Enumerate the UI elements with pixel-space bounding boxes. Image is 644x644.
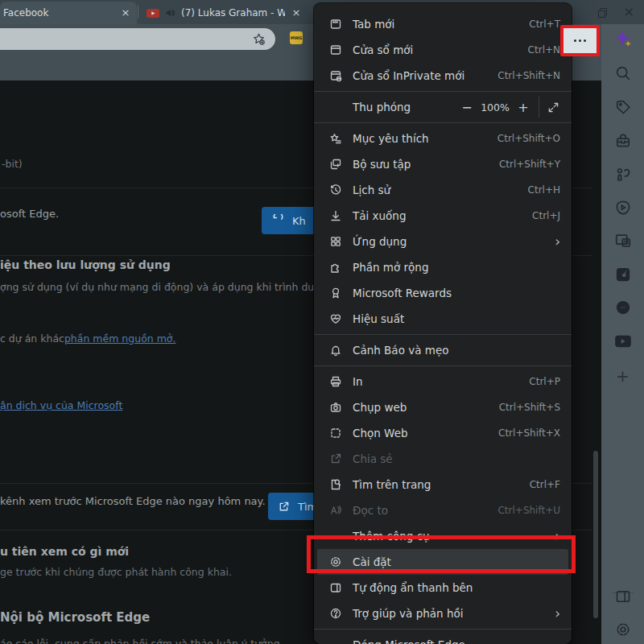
open-source-link[interactable]: phần mềm nguồn mở. xyxy=(64,332,176,345)
menu-item-label: Tìm trên trang xyxy=(353,478,530,491)
tab-title: (7) Lukas Graham - Wi... xyxy=(181,7,285,19)
menu-item-help-feedback[interactable]: Trợ giúp và phản hồi xyxy=(314,601,572,626)
collections-icon xyxy=(328,158,342,171)
zoom-value: 100% xyxy=(477,101,513,114)
find-icon xyxy=(328,478,342,492)
favorites-icon xyxy=(328,132,342,146)
menu-item-label: Tải xuống xyxy=(353,209,532,222)
web-capture-icon xyxy=(328,401,342,415)
whats-new-heading: u tiên xem có gì mới xyxy=(0,545,129,558)
menu-item-shortcut: Ctrl+J xyxy=(532,210,560,221)
menu-item-web-select[interactable]: Chọn Web Ctrl+Shift+X xyxy=(314,420,572,446)
menu-separator xyxy=(314,122,572,123)
open-source-line: c dự án khácphần mềm nguồn mở. xyxy=(0,332,176,345)
section-heading: iệu theo lưu lượng sử dụng xyxy=(0,258,171,271)
games-icon[interactable] xyxy=(614,166,632,184)
menu-item-read-aloud: Đọc to Ctrl+Shift+U xyxy=(314,497,572,523)
menu-item-label: Chọn Web xyxy=(353,427,498,440)
version-fragment: -bit) xyxy=(2,158,23,170)
window-close-icon[interactable] xyxy=(624,6,634,19)
fullscreen-icon[interactable] xyxy=(547,101,560,114)
menu-item-close-edge[interactable]: Đóng Microsoft Edge xyxy=(314,632,572,644)
menu-item-alerts-tips[interactable]: Cảnh Báo và mẹo xyxy=(314,337,572,363)
rewards-icon xyxy=(328,287,342,300)
tools-icon[interactable] xyxy=(614,232,632,250)
menu-item-shortcut: Ctrl+H xyxy=(528,184,560,196)
menu-separator xyxy=(314,334,572,335)
zoom-in-button[interactable]: + xyxy=(513,100,534,115)
menu-item-label: Bộ sưu tập xyxy=(353,158,499,171)
new-tab-icon xyxy=(328,18,342,31)
menu-item-extensions[interactable]: Phần mở rộng xyxy=(314,254,572,280)
menu-item-label: In xyxy=(353,375,529,388)
menu-item-shortcut: Ctrl+Shift+U xyxy=(497,505,560,516)
video-play-icon[interactable] xyxy=(614,200,631,217)
menu-item-shortcut: Ctrl+Shift+Y xyxy=(499,159,560,170)
close-edge-icon-spacer xyxy=(328,638,342,644)
annotation-more-button[interactable] xyxy=(560,25,600,56)
menu-item-new-tab[interactable]: Tab mới Ctrl+T xyxy=(314,11,572,37)
menu-item-label: Cửa sổ mới xyxy=(353,43,528,56)
ellipsis-dot xyxy=(584,39,586,42)
terms-link[interactable]: ận dịch vụ của Microsoft xyxy=(0,399,122,411)
ellipsis-dot xyxy=(574,39,576,42)
add-icon[interactable]: + xyxy=(616,366,630,386)
search-icon[interactable] xyxy=(614,65,631,82)
settings-gear-icon[interactable] xyxy=(614,621,631,638)
menu-item-label: Đóng Microsoft Edge xyxy=(353,638,560,644)
menu-item-history[interactable]: Lịch sử Ctrl+H xyxy=(314,177,572,203)
restart-button-label: Kh xyxy=(292,215,306,227)
youtube-icon[interactable] xyxy=(614,335,631,349)
help-icon xyxy=(328,607,342,621)
menu-item-apps[interactable]: Ứng dụng xyxy=(314,229,572,254)
sidebar-icon xyxy=(328,581,342,595)
menu-item-find-on-page[interactable]: Tìm trên trang Ctrl+F xyxy=(314,472,572,497)
tab-close-icon[interactable] xyxy=(290,6,303,19)
zoom-out-button[interactable]: − xyxy=(456,100,477,115)
menu-item-shortcut: Ctrl+N xyxy=(528,44,560,56)
zoom-icon-spacer xyxy=(328,101,342,114)
music-icon[interactable] xyxy=(615,266,631,283)
insider-heading: Nội bộ Microsoft Edge xyxy=(0,610,150,625)
audio-speaker-icon[interactable] xyxy=(164,7,176,19)
menu-item-print[interactable]: In Ctrl+P xyxy=(314,369,572,394)
alerts-icon xyxy=(328,344,342,357)
window-restore-icon[interactable] xyxy=(598,8,606,16)
menu-item-collections[interactable]: Bộ sưu tập Ctrl+Shift+Y xyxy=(314,151,572,177)
menu-item-web-capture[interactable]: Chụp web Ctrl+Shift+S xyxy=(314,394,572,420)
tab-close-icon[interactable] xyxy=(119,6,132,19)
copilot-icon[interactable] xyxy=(613,29,633,48)
page-scrollbar[interactable] xyxy=(593,451,598,618)
menu-item-new-window[interactable]: Cửa sổ mới Ctrl+N xyxy=(314,37,572,63)
menu-item-label: Chụp web xyxy=(353,401,499,414)
tab-facebook[interactable]: Facebook xyxy=(0,2,137,24)
whats-new-body: ge trước khi chúng được phát hành công k… xyxy=(0,566,232,578)
submenu-chevron-icon xyxy=(555,236,560,247)
menu-item-rewards[interactable]: Microsoft Rewards xyxy=(314,280,572,306)
toolbox-icon[interactable] xyxy=(614,133,631,150)
extensions-icon xyxy=(328,261,342,275)
tab-youtube[interactable]: (7) Lukas Graham - Wi... xyxy=(138,2,308,24)
menu-item-new-inprivate-window[interactable]: Cửa sổ InPrivate mới Ctrl+Shift+N xyxy=(314,63,572,89)
window-controls xyxy=(598,0,644,24)
menu-item-shortcut: Ctrl+T xyxy=(529,19,560,30)
extension-mwg-icon[interactable]: MWG xyxy=(290,31,303,44)
menu-separator xyxy=(314,91,572,92)
shopping-tag-icon[interactable] xyxy=(614,99,631,116)
menu-item-shortcut: Ctrl+Shift+S xyxy=(499,402,560,413)
edge-sidebar: + xyxy=(601,24,644,644)
annotation-settings-item xyxy=(307,535,576,573)
add-favorite-star-icon[interactable] xyxy=(252,32,266,46)
menu-zoom-row: Thu phóng − 100% + xyxy=(314,94,572,120)
messenger-icon[interactable] xyxy=(615,299,631,316)
history-icon xyxy=(328,184,342,197)
address-bar[interactable] xyxy=(0,28,275,50)
preview-channels-line: kênh xem trước Microsoft Edge nào ngay h… xyxy=(0,495,266,507)
sidebar-toggle-icon[interactable] xyxy=(615,588,631,605)
menu-item-performance[interactable]: Hiệu suất xyxy=(314,306,572,332)
menu-item-downloads[interactable]: Tải xuống Ctrl+J xyxy=(314,203,572,229)
menu-item-autohide-sidebar[interactable]: Tự động ẩn thanh bên xyxy=(314,575,572,601)
menu-item-label: Microsoft Rewards xyxy=(353,287,560,299)
print-icon xyxy=(328,375,342,389)
menu-item-favorites[interactable]: Mục yêu thích Ctrl+Shift+O xyxy=(314,126,572,151)
